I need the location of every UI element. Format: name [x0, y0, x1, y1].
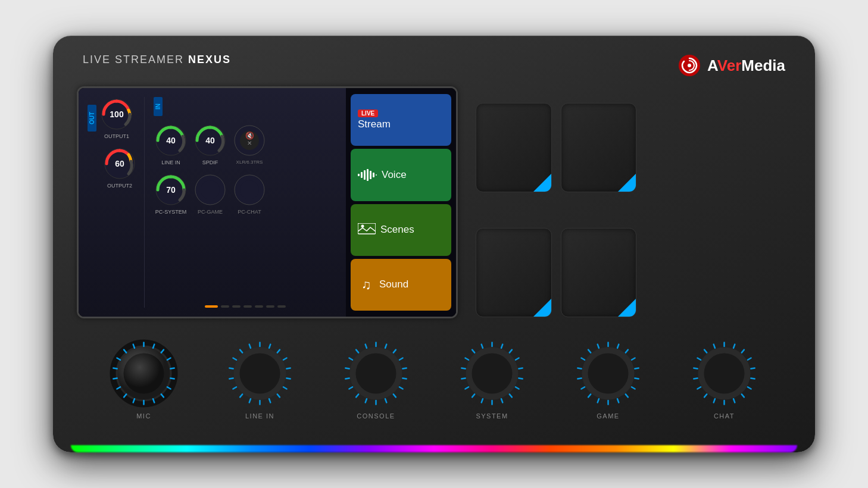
- lcd-screen[interactable]: OUT: [77, 86, 458, 318]
- svg-line-148: [714, 345, 715, 348]
- spdif-knob: 40 SPDIF: [193, 123, 227, 165]
- lcd-display: OUT: [79, 88, 456, 317]
- svg-line-58: [277, 394, 280, 397]
- chat-knob[interactable]: [690, 339, 758, 408]
- knob-unit-chat: CHAT: [690, 339, 758, 420]
- dot-2: [221, 305, 229, 308]
- svg-text:♫: ♫: [361, 277, 371, 292]
- svg-line-136: [751, 378, 754, 378]
- svg-line-118: [626, 394, 628, 397]
- svg-text:100: 100: [110, 110, 124, 119]
- brand-name: AVerMedia: [707, 57, 785, 75]
- stream-label: Stream: [358, 118, 391, 130]
- svg-line-128: [598, 345, 599, 348]
- svg-line-44: [113, 378, 117, 378]
- svg-text:40: 40: [166, 136, 176, 145]
- main-content: OUT: [77, 86, 791, 333]
- menu-live-stream[interactable]: LIVE Stream: [351, 94, 451, 146]
- mixer-area: OUT: [79, 88, 346, 317]
- svg-line-66: [233, 358, 236, 360]
- svg-line-146: [697, 358, 701, 360]
- input-section: IN: [151, 97, 337, 308]
- svg-line-72: [385, 345, 386, 348]
- mic-knob[interactable]: [110, 339, 178, 408]
- svg-line-112: [617, 345, 619, 348]
- knob-unit-mic: MIC: [110, 339, 178, 420]
- svg-line-53: [277, 350, 280, 353]
- svg-line-143: [697, 387, 701, 389]
- pad-button-2[interactable]: [561, 103, 637, 192]
- svg-line-105: [461, 368, 465, 368]
- svg-line-84: [345, 378, 349, 378]
- knob-unit-game: GAME: [574, 339, 642, 420]
- svg-line-101: [482, 399, 483, 402]
- pcsystem-label: PC-SYSTEM: [155, 209, 187, 215]
- svg-line-99: [501, 399, 502, 402]
- svg-rect-20: [358, 174, 360, 176]
- svg-line-119: [617, 399, 619, 402]
- svg-line-147: [704, 350, 707, 353]
- svg-line-76: [402, 378, 406, 378]
- svg-line-62: [240, 394, 242, 397]
- svg-line-79: [385, 399, 386, 402]
- svg-line-137: [748, 387, 751, 389]
- svg-point-17: [201, 180, 220, 199]
- svg-text:40: 40: [205, 136, 215, 145]
- svg-point-19: [240, 180, 259, 199]
- svg-rect-27: [358, 223, 376, 234]
- svg-line-103: [465, 387, 469, 389]
- svg-line-139: [733, 399, 735, 402]
- menu-sound[interactable]: ♫ Sound: [351, 259, 451, 311]
- logo-area: AVerMedia: [677, 54, 785, 77]
- linein-label: LINE IN: [161, 159, 180, 165]
- svg-text:70: 70: [166, 185, 176, 195]
- svg-line-133: [742, 350, 744, 353]
- pad-button-3[interactable]: [476, 228, 552, 317]
- svg-line-95: [519, 368, 522, 368]
- svg-line-36: [170, 378, 174, 378]
- linein-hw-knob[interactable]: [226, 339, 294, 408]
- pad-button-4[interactable]: [561, 228, 637, 317]
- console-knob[interactable]: [342, 339, 410, 408]
- svg-line-86: [349, 358, 352, 360]
- linein-hw-label: LINE IN: [245, 412, 274, 420]
- system-knob[interactable]: [458, 339, 526, 408]
- svg-line-57: [283, 387, 287, 389]
- svg-line-54: [283, 358, 287, 360]
- voice-icon: [358, 168, 377, 182]
- svg-line-82: [356, 394, 358, 397]
- svg-line-124: [577, 378, 581, 378]
- svg-line-122: [588, 394, 591, 397]
- svg-line-114: [632, 358, 635, 360]
- linein-knob: 40 LINE IN: [154, 123, 188, 165]
- menu-scenes[interactable]: Scenes: [351, 204, 451, 256]
- svg-line-55: [286, 368, 290, 368]
- game-knob[interactable]: [574, 339, 642, 408]
- svg-line-134: [748, 358, 751, 360]
- menu-voice[interactable]: Voice: [351, 149, 451, 201]
- sound-icon: ♫: [358, 276, 374, 293]
- svg-line-106: [465, 358, 469, 360]
- svg-text:✕: ✕: [247, 140, 252, 146]
- pad-button-1[interactable]: [476, 103, 552, 192]
- svg-point-28: [361, 225, 364, 228]
- top-bar: LIVE STREAMER NEXUS AVerMedia: [77, 54, 791, 77]
- svg-line-145: [694, 368, 697, 368]
- svg-line-127: [588, 350, 591, 353]
- knob-unit-system: SYSTEM: [458, 339, 526, 420]
- sound-label: Sound: [379, 279, 408, 290]
- svg-point-50: [124, 354, 164, 394]
- xlr-label: XLR/6.3TRS: [236, 159, 263, 165]
- svg-line-132: [733, 345, 735, 348]
- svg-line-56: [286, 378, 290, 378]
- svg-line-59: [269, 399, 270, 402]
- svg-line-81: [366, 399, 367, 402]
- avermedia-logo-icon: [677, 54, 701, 77]
- mic-label: MIC: [136, 412, 151, 420]
- svg-line-68: [249, 345, 251, 348]
- output1-item: OUT: [88, 97, 137, 139]
- dot-6: [266, 305, 274, 308]
- svg-line-104: [461, 378, 465, 378]
- dot-3: [232, 305, 241, 308]
- svg-line-52: [269, 345, 270, 348]
